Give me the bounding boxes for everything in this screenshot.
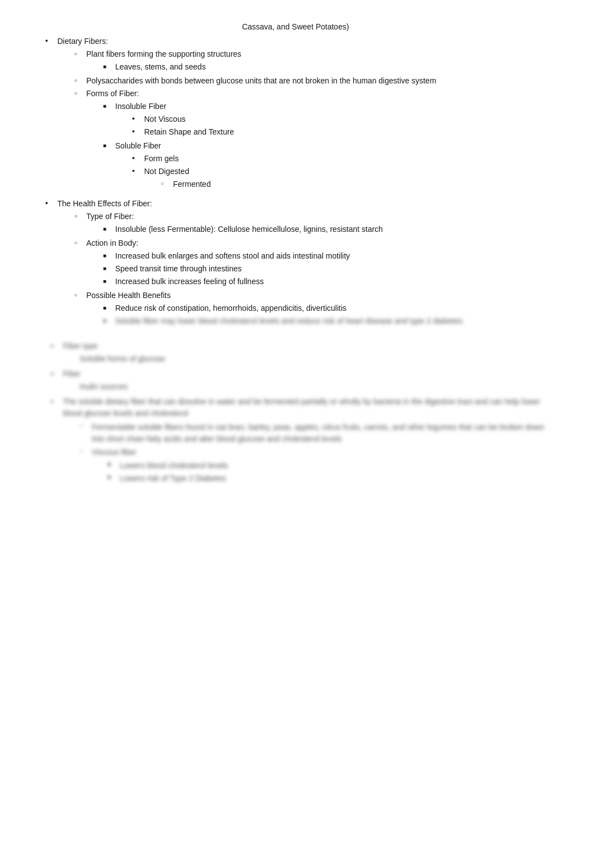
- blurred-b2-content: Fiber Inulin sources: [63, 368, 546, 393]
- reduce-label: Reduce risk of constipation, hemorrhoids…: [115, 302, 546, 314]
- circle-action-icon: ○: [74, 239, 86, 247]
- forms-content: Forms of Fiber: ■ Insoluble Fiber: [86, 88, 546, 194]
- poly-label: Polysaccharides with bonds between gluco…: [86, 76, 436, 85]
- list-item-leaves: ■ Leaves, stems, and seeds: [86, 61, 546, 73]
- blurred-bullet-3: ● The soluble dietary fiber that can dis…: [51, 396, 546, 485]
- sq-leaves-icon: ■: [103, 62, 115, 71]
- sq-insoluble2-icon: ■: [103, 225, 115, 233]
- blurred-b3-sub3a: ■ Lowers blood cholesterol levels: [107, 460, 546, 472]
- dietary-label: Dietary Fibers:: [57, 37, 108, 46]
- poly-content: Polysaccharides with bonds between gluco…: [86, 75, 546, 87]
- blurred-b3-label: The soluble dietary fiber that can disso…: [63, 397, 540, 418]
- list-item-formgels: ● Form gels: [115, 153, 546, 165]
- formgels-label: Form gels: [144, 153, 546, 165]
- blurred-b3-sub2-icon: ○: [80, 447, 92, 455]
- list-item-fullness: ■ Increased bulk increases feeling of fu…: [86, 276, 546, 287]
- notdigested-children: ○ Fermented: [144, 178, 546, 190]
- action-content: Action in Body: ■ Increased bulk enlarge…: [86, 237, 546, 289]
- intro-text: Cassava, and Sweet Potatoes): [45, 22, 546, 31]
- possible-label: Possible Health Benefits: [86, 291, 171, 300]
- bullet-health-icon: ●: [45, 200, 57, 206]
- page-content: Cassava, and Sweet Potatoes) ● Dietary F…: [45, 22, 546, 485]
- blurred-b2-label: Fiber: [63, 369, 81, 378]
- forms-children: ■ Insoluble Fiber ● Not Viscous: [86, 101, 546, 192]
- blurred-b3-sub: ○ Fermentable soluble fibers found in oa…: [63, 421, 546, 484]
- intro-label: Cassava, and Sweet Potatoes): [242, 22, 349, 31]
- circle-typefiber-icon: ○: [74, 212, 86, 220]
- list-item-notdigested: ● Not Digested ○ Fermented: [115, 166, 546, 191]
- fullness-label: Increased bulk increases feeling of full…: [115, 276, 546, 287]
- sq-soluble-icon: ■: [103, 141, 115, 150]
- circle-plant-icon: ○: [74, 49, 86, 58]
- possible-children: ■ Reduce risk of constipation, hemorrhoi…: [86, 302, 546, 327]
- sq-insoluble-icon: ■: [103, 102, 115, 110]
- leaves-label: Leaves, stems, and seeds: [115, 61, 546, 73]
- list-item-notviscous: ● Not Viscous: [115, 113, 546, 125]
- plant-children: ■ Leaves, stems, and seeds: [86, 61, 546, 73]
- list-item-action: ○ Action in Body: ■ Increased bulk enlar…: [74, 237, 546, 289]
- dot-retain-icon: ●: [132, 128, 144, 136]
- speed-label: Speed transit time through intestines: [115, 263, 546, 275]
- blurred-b3-sub2: ○ Viscous fiber: [80, 447, 546, 458]
- typefiber-label: Type of Fiber:: [86, 212, 134, 221]
- list-item-poly: ○ Polysaccharides with bonds between glu…: [74, 75, 546, 87]
- sq-reduce-icon: ■: [103, 304, 115, 312]
- circle-forms-icon: ○: [74, 89, 86, 97]
- insoluble2-label: Insoluble (less Fermentable): Cellulose …: [115, 224, 546, 235]
- dot-notviscous-icon: ●: [132, 115, 144, 123]
- list-item-insoluble2: ■ Insoluble (less Fermentable): Cellulos…: [86, 224, 546, 235]
- blurred-b3-icon: ●: [51, 398, 63, 406]
- blurred-bottom-section: ● Fiber type Soluble forms of glucose ● …: [45, 340, 546, 485]
- action-children: ■ Increased bulk enlarges and softens st…: [86, 250, 546, 287]
- insoluble-children: ● Not Viscous ● Retain Shape and Texture: [115, 113, 546, 138]
- blurred-b3-sub3a-icon: ■: [107, 460, 120, 468]
- health-children: ○ Type of Fiber: ■ Insoluble (less Ferme…: [57, 211, 546, 328]
- dot-notdigested-icon: ●: [132, 167, 144, 175]
- health-label: The Health Effects of Fiber:: [57, 199, 152, 208]
- list-item-retain: ● Retain Shape and Texture: [115, 126, 546, 138]
- sq-fullness-icon: ■: [103, 277, 115, 285]
- typefiber-content: Type of Fiber: ■ Insoluble (less Ferment…: [86, 211, 546, 236]
- blurred-bullet-1: ● Fiber type Soluble forms of glucose: [51, 340, 546, 365]
- main-list: ● Dietary Fibers: ○ Plant fibers forming…: [45, 36, 546, 329]
- notviscous-label: Not Viscous: [144, 113, 546, 125]
- blurred-b3-sub3b-icon: ■: [107, 473, 120, 481]
- blurred-b3-sub3b: ■ Lowers risk of Type 2 Diabetes: [107, 473, 546, 484]
- soluble-children: ● Form gels ● Not Digested: [115, 153, 546, 191]
- list-item-bulk: ■ Increased bulk enlarges and softens st…: [86, 250, 546, 262]
- list-item-fermented: ○ Fermented: [144, 178, 546, 190]
- sq-bulk-icon: ■: [103, 251, 115, 260]
- tinycircle-fermented-icon: ○: [161, 180, 173, 188]
- bullet-dietary-icon: ●: [45, 38, 57, 43]
- blurred-b3-sub1-label: Fermentable soluble fibers found in oat …: [92, 421, 546, 445]
- blurred-b1-sublabel: Soluble forms of glucose: [80, 354, 165, 363]
- possible-content: Possible Health Benefits ■ Reduce risk o…: [86, 290, 546, 328]
- circle-possible-icon: ○: [74, 291, 86, 299]
- typefiber-children: ■ Insoluble (less Fermentable): Cellulos…: [86, 224, 546, 235]
- blurred-b3-sub3a-label: Lowers blood cholesterol levels: [120, 460, 228, 472]
- list-item-plant: ○ Plant fibers forming the supporting st…: [74, 48, 546, 74]
- forms-label: Forms of Fiber:: [86, 89, 139, 98]
- health-content: The Health Effects of Fiber: ○ Type of F…: [57, 198, 546, 329]
- list-item-insoluble: ■ Insoluble Fiber ● Not Viscous: [86, 101, 546, 139]
- blurred-bullet-2: ● Fiber Inulin sources: [51, 368, 546, 393]
- list-item-typefiber: ○ Type of Fiber: ■ Insoluble (less Ferme…: [74, 211, 546, 236]
- blurred-b2-icon: ●: [51, 370, 63, 378]
- blurred-b3-sub2-label: Viscous fiber: [92, 447, 136, 458]
- soluble-label: Soluble Fiber: [115, 141, 161, 150]
- list-item-soluble: ■ Soluble Fiber ● Form gels: [86, 140, 546, 192]
- plant-content: Plant fibers forming the supporting stru…: [86, 48, 546, 74]
- dot-formgels-icon: ●: [132, 155, 144, 162]
- list-item-health: ● The Health Effects of Fiber: ○ Type of…: [45, 198, 546, 329]
- blurred-b1-content: Fiber type Soluble forms of glucose: [63, 340, 546, 365]
- action-label: Action in Body:: [86, 239, 138, 247]
- dietary-children: ○ Plant fibers forming the supporting st…: [57, 48, 546, 194]
- blurred-b3-sub1: ○ Fermentable soluble fibers found in oa…: [80, 421, 546, 445]
- list-item-forms: ○ Forms of Fiber: ■ Insoluble Fiber: [74, 88, 546, 194]
- blurred-b3-content: The soluble dietary fiber that can disso…: [63, 396, 546, 485]
- list-item-speed: ■ Speed transit time through intestines: [86, 263, 546, 275]
- blurred-b1-label: Fiber type: [63, 341, 97, 350]
- blurred-b3-sub1-icon: ○: [80, 421, 92, 430]
- blurred-b3-sub3b-label: Lowers risk of Type 2 Diabetes: [120, 473, 226, 484]
- blurred-b1-icon: ●: [51, 343, 63, 350]
